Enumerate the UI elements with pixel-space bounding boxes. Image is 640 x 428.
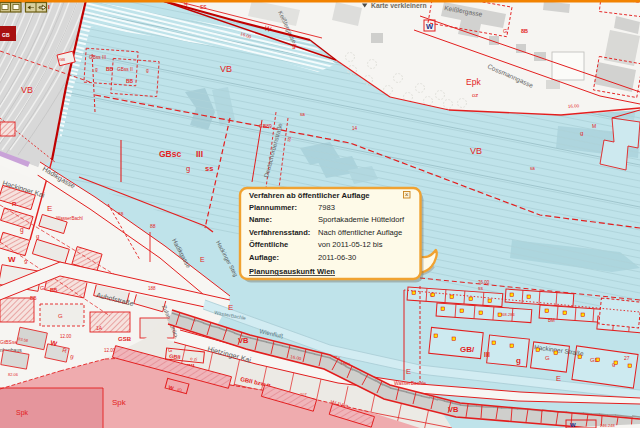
svg-text:o zi: o zi xyxy=(190,356,197,362)
svg-text:Verfahren ab öffentlicher Aufl: Verfahren ab öffentlicher Auflage xyxy=(249,191,370,200)
svg-text:R: R xyxy=(12,201,17,207)
svg-text:ss: ss xyxy=(205,164,213,173)
svg-text:ss: ss xyxy=(118,210,124,216)
svg-text:7983: 7983 xyxy=(318,203,335,212)
svg-text:268-284: 268-284 xyxy=(500,312,515,317)
svg-text:G: G xyxy=(545,355,550,361)
svg-text:von 2011-05-12 bis: von 2011-05-12 bis xyxy=(318,240,383,249)
svg-text:BB: BB xyxy=(106,67,113,72)
svg-text:246-248: 246-248 xyxy=(600,423,615,428)
svg-text:Verfahrensstand:: Verfahrensstand: xyxy=(249,228,310,237)
svg-text:×: × xyxy=(405,191,409,198)
svg-text:16.00: 16.00 xyxy=(568,103,580,109)
svg-text:14: 14 xyxy=(352,126,358,131)
svg-text:E: E xyxy=(556,374,561,383)
svg-text:Plannummer:: Plannummer: xyxy=(249,203,297,212)
svg-text:BB: BB xyxy=(126,79,133,84)
svg-text:E: E xyxy=(228,303,233,312)
svg-text:2011-06-30: 2011-06-30 xyxy=(318,253,356,262)
svg-text:E: E xyxy=(47,204,52,213)
svg-text:VB: VB xyxy=(470,146,482,156)
svg-text:W: W xyxy=(8,255,16,264)
svg-text:Sportakademie Hütteldorf: Sportakademie Hütteldorf xyxy=(318,215,405,224)
svg-text:sa: sa xyxy=(530,166,535,171)
svg-text:BB: BB xyxy=(50,287,58,293)
svg-text:W: W xyxy=(570,422,576,428)
svg-text:ss: ss xyxy=(200,3,207,10)
svg-text:Öffentliche: Öffentliche xyxy=(249,240,288,249)
svg-text:GBsc: GBsc xyxy=(159,149,181,159)
svg-text:188: 188 xyxy=(148,286,156,291)
svg-text:Auflage:: Auflage: xyxy=(249,253,279,262)
svg-text:G: G xyxy=(58,313,63,319)
svg-text:GBss II: GBss II xyxy=(117,67,133,72)
svg-text:GBss III: GBss III xyxy=(89,55,106,60)
svg-text:E: E xyxy=(406,367,411,376)
svg-text:g: g xyxy=(95,67,98,72)
svg-text:G: G xyxy=(40,285,44,291)
svg-text:g: g xyxy=(36,233,39,239)
svg-text:G: G xyxy=(503,28,507,34)
svg-text:M: M xyxy=(592,123,596,129)
svg-text:Planungsauskunft Wien: Planungsauskunft Wien xyxy=(249,267,335,276)
svg-text:GB: GB xyxy=(59,57,65,62)
svg-text:W: W xyxy=(426,22,434,31)
svg-text:1A: 1A xyxy=(96,325,103,331)
svg-text:oz: oz xyxy=(472,92,478,98)
svg-text:Epk: Epk xyxy=(466,77,481,87)
svg-text:12.00: 12.00 xyxy=(60,334,72,339)
svg-text:Karte verkleinern: Karte verkleinern xyxy=(371,2,427,9)
svg-text:Nach öffentlicher Auflage: Nach öffentlicher Auflage xyxy=(318,228,402,237)
svg-text:GB: GB xyxy=(2,32,10,38)
svg-text:WasserBachle: WasserBachle xyxy=(394,380,426,386)
svg-text:g: g xyxy=(146,68,149,73)
svg-text:BB: BB xyxy=(30,295,37,301)
svg-text:E: E xyxy=(200,256,205,263)
svg-text:sa: sa xyxy=(300,112,305,117)
svg-text:GB/: GB/ xyxy=(460,345,475,354)
svg-text:GB89: GB89 xyxy=(259,123,272,129)
svg-text:VB: VB xyxy=(21,85,33,95)
svg-text:Spk: Spk xyxy=(112,398,127,407)
svg-text:VB: VB xyxy=(238,336,249,345)
svg-text:82.06: 82.06 xyxy=(8,372,19,377)
svg-text:VB: VB xyxy=(448,405,459,414)
svg-text:Name:: Name: xyxy=(249,215,272,224)
svg-text:g: g xyxy=(186,164,190,173)
svg-text:g: g xyxy=(516,356,521,365)
svg-text:GBII: GBII xyxy=(169,353,181,360)
svg-text:76.00: 76.00 xyxy=(478,280,490,285)
svg-text:27: 27 xyxy=(624,355,630,361)
svg-text:88: 88 xyxy=(150,223,156,229)
svg-text:g: g xyxy=(20,226,24,234)
svg-text:GtBSsel: GtBSsel xyxy=(0,339,18,345)
svg-text:Spk: Spk xyxy=(16,409,29,417)
svg-text:III: III xyxy=(196,149,203,159)
svg-text:VB: VB xyxy=(220,64,232,74)
svg-text:GSB: GSB xyxy=(118,336,132,342)
svg-text:g: g xyxy=(580,130,583,136)
svg-text:8B: 8B xyxy=(521,28,528,34)
svg-text:III: III xyxy=(484,351,490,358)
svg-text:BM: BM xyxy=(548,318,555,323)
svg-text:ss: ss xyxy=(478,285,484,291)
